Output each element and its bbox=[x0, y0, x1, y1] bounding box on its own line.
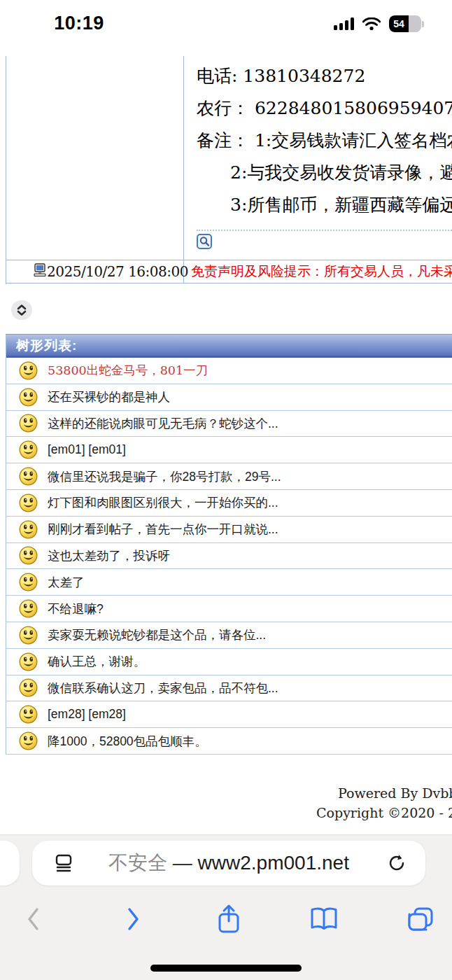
smiley-icon bbox=[19, 626, 38, 645]
battery-icon: 54 bbox=[389, 15, 421, 32]
signature-empty-cell bbox=[6, 56, 184, 260]
copyright-text: Copyright ©2020 - 2025 Ww bbox=[316, 805, 452, 820]
safari-nav-bar bbox=[0, 898, 452, 940]
wifi-icon bbox=[362, 18, 381, 31]
share-button[interactable] bbox=[204, 898, 253, 940]
smiley-icon bbox=[19, 599, 38, 618]
tree-list-item[interactable]: [em01] [em01] bbox=[6, 437, 452, 463]
tree-item-text: 这也太差劲了，投诉呀 bbox=[48, 547, 170, 564]
smiley-icon bbox=[19, 652, 38, 671]
tree-item-text: 微信里还说我是骗子，你28号打款，29号... bbox=[48, 468, 281, 485]
tree-item-text: 刚刚才看到帖子，首先一点你一开口就说... bbox=[48, 521, 278, 538]
smiley-icon bbox=[19, 361, 38, 380]
signature-phone: 电话: 13810348272 bbox=[190, 60, 452, 92]
tree-item-text: 降1000，52800包品包顺丰。 bbox=[48, 733, 207, 750]
tabs-icon bbox=[407, 906, 435, 932]
tree-item-text: 微信联系确认这刀，卖家包品，品不符包... bbox=[48, 680, 278, 696]
tree-item-text: [em28] [em28] bbox=[48, 707, 126, 722]
computer-icon bbox=[33, 263, 47, 280]
smiley-icon bbox=[19, 388, 38, 407]
disclaimer-text: 免责声明及风险提示：所有交易人员，凡未采用本站中 bbox=[184, 262, 452, 281]
tree-item-text: 53800出蛇金马号，801一刀 bbox=[48, 362, 208, 379]
tabs-button[interactable] bbox=[396, 898, 445, 940]
signature-divider bbox=[197, 230, 452, 231]
tree-list-item[interactable]: 刚刚才看到帖子，首先一点你一开口就说... bbox=[6, 517, 452, 543]
post-meta-row: 2025/10/27 16:08:00 免责声明及风险提示：所有交易人员，凡未采… bbox=[6, 260, 452, 284]
tree-list-item[interactable]: 还在买裸钞的都是神人 bbox=[6, 384, 452, 411]
battery-percent: 54 bbox=[389, 15, 409, 32]
reload-icon[interactable] bbox=[386, 853, 407, 876]
chevron-left-icon bbox=[25, 907, 42, 931]
cellular-signal-icon bbox=[334, 18, 354, 30]
signature-content: 电话: 13810348272 农行： 6228480158069594071 … bbox=[190, 60, 452, 252]
smiley-icon bbox=[19, 705, 38, 724]
smiley-icon bbox=[19, 546, 38, 565]
tree-list-item[interactable]: 不给退嘛? bbox=[6, 596, 452, 622]
smiley-icon bbox=[19, 467, 38, 486]
adjacent-tab-edge[interactable] bbox=[0, 841, 20, 886]
signature-note-2: 2:与我交易收发货请录像，避 bbox=[190, 157, 452, 189]
tree-list-item[interactable]: [em28] [em28] bbox=[6, 701, 452, 728]
tree-item-text: 还在买裸钞的都是神人 bbox=[48, 388, 170, 405]
clock: 10:19 bbox=[41, 13, 118, 34]
insecure-label: 不安全 bbox=[108, 852, 167, 874]
magnifier-icon[interactable] bbox=[197, 234, 212, 252]
tree-list-item[interactable]: 微信联系确认这刀，卖家包品，品不符包... bbox=[6, 676, 452, 702]
tree-list-item[interactable]: 降1000，52800包品包顺丰。 bbox=[6, 728, 452, 755]
tree-list-header: 树形列表: bbox=[6, 335, 452, 358]
forward-button[interactable] bbox=[108, 898, 157, 940]
tree-list-item[interactable]: 确认王总，谢谢。 bbox=[6, 649, 452, 676]
home-indicator[interactable] bbox=[150, 965, 302, 972]
book-icon bbox=[309, 906, 339, 932]
tree-item-text: [em01] [em01] bbox=[48, 442, 126, 457]
signature-table: 电话: 13810348272 农行： 6228480158069594071 … bbox=[6, 56, 452, 284]
smiley-icon bbox=[19, 440, 38, 459]
tree-list-item[interactable]: 53800出蛇金马号，801一刀 bbox=[6, 358, 452, 384]
safari-toolbar: 不安全 — www2.pm001.net bbox=[0, 834, 452, 980]
smiley-icon bbox=[19, 414, 38, 433]
page-menu-icon[interactable] bbox=[53, 853, 74, 876]
smiley-icon bbox=[19, 732, 38, 750]
tree-item-text: 卖家耍无赖说蛇钞都是这个品，请各位... bbox=[48, 626, 266, 643]
tree-item-text: 不给退嘛? bbox=[48, 601, 104, 617]
signature-note-1: 备注： 1:交易钱款请汇入签名档农 bbox=[190, 125, 452, 157]
smiley-icon bbox=[19, 520, 38, 539]
signature-bank-account: 农行： 6228480158069594071 bbox=[190, 92, 452, 125]
back-button[interactable] bbox=[9, 898, 58, 940]
status-bar: 10:19 54 bbox=[0, 0, 452, 43]
tree-list-item[interactable]: 灯下图和肉眼图区别很大，一开始你买的... bbox=[6, 490, 452, 517]
up-down-chevrons-icon bbox=[16, 304, 27, 316]
url-text: 不安全 — www2.pm001.net bbox=[108, 850, 349, 876]
bookmarks-button[interactable] bbox=[299, 898, 348, 940]
tree-item-text: 这样的还能说肉眼可见无毛病？蛇钞这个... bbox=[48, 415, 278, 432]
tree-list-item[interactable]: 卖家耍无赖说蛇钞都是这个品，请各位... bbox=[6, 622, 452, 649]
address-bar[interactable]: 不安全 — www2.pm001.net bbox=[32, 841, 425, 886]
tree-list: 树形列表: 53800出蛇金马号，801一刀 bbox=[6, 334, 452, 755]
tree-item-text: 灯下图和肉眼图区别很大，一开始你买的... bbox=[48, 494, 278, 511]
sort-toggle-button[interactable] bbox=[11, 300, 32, 320]
tree-list-item[interactable]: 微信里还说我是骗子，你28号打款，29号... bbox=[6, 463, 452, 490]
tree-list-rows: 53800出蛇金马号，801一刀 还在买裸钞的都是神人 bbox=[6, 358, 452, 755]
chevron-right-icon bbox=[125, 907, 141, 931]
tree-list-item[interactable]: 这样的还能说肉眼可见无毛病？蛇钞这个... bbox=[6, 411, 452, 438]
tree-list-item[interactable]: 这也太差劲了，投诉呀 bbox=[6, 543, 452, 570]
tree-item-text: 确认王总，谢谢。 bbox=[48, 653, 146, 670]
tree-list-item[interactable]: 太差了 bbox=[6, 569, 452, 596]
powered-by-text: Powered By Dvbbs Vers bbox=[338, 785, 452, 801]
tree-item-text: 太差了 bbox=[48, 574, 85, 591]
smiley-icon bbox=[19, 678, 38, 697]
smiley-icon bbox=[19, 493, 38, 512]
share-icon bbox=[216, 904, 242, 934]
signature-note-3: 3:所售邮币，新疆西藏等偏远 bbox=[190, 189, 452, 221]
post-datetime: 2025/10/27 16:08:00 bbox=[47, 263, 188, 280]
smiley-icon bbox=[19, 573, 38, 592]
